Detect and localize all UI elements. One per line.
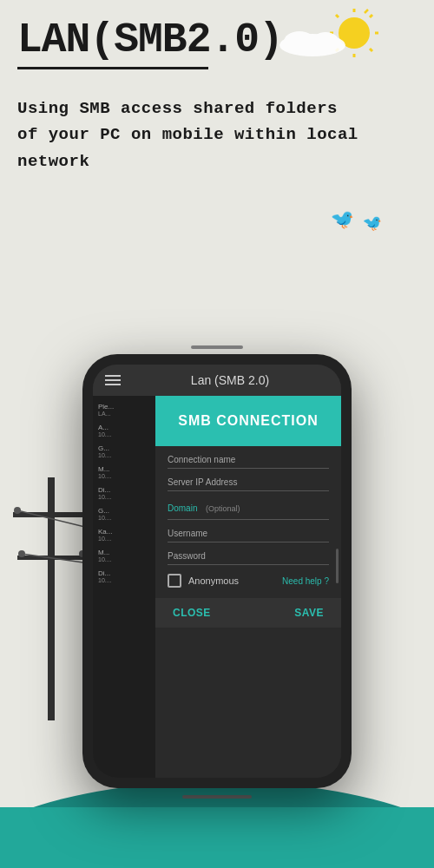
list-item[interactable]: Di... 10.... bbox=[93, 566, 155, 587]
svg-point-12 bbox=[312, 32, 339, 49]
phone-screen: Lan (SMB 2.0) Ple... LA... A... 10.... G… bbox=[93, 365, 341, 778]
dialog-actions: CLOSE SAVE bbox=[155, 598, 341, 628]
list-item[interactable]: Di... 10.... bbox=[93, 483, 155, 503]
phone-top-bar bbox=[191, 345, 243, 349]
svg-line-9 bbox=[365, 10, 368, 13]
screen-body: Ple... LA... A... 10.... G... 10.... M..… bbox=[93, 396, 341, 778]
svg-line-5 bbox=[336, 15, 339, 17]
appbar-title: Lan (SMB 2.0) bbox=[131, 373, 329, 387]
subtitle-line1: Using SMB access shared folders bbox=[17, 95, 417, 122]
list-item[interactable]: M... 10.... bbox=[93, 462, 155, 483]
app-title: LAN(SMB2.0) bbox=[17, 17, 283, 63]
phone-home-bar bbox=[182, 795, 252, 799]
list-item[interactable]: M... 10.... bbox=[93, 545, 155, 566]
list-item[interactable]: Ka... 10.... bbox=[93, 524, 155, 545]
subtitle: Using SMB access shared folders of your … bbox=[17, 95, 417, 174]
connection-name-label: Connection name bbox=[168, 455, 329, 464]
bird-left-icon: 🐦 bbox=[331, 208, 354, 233]
list-item[interactable]: Ple... LA... bbox=[93, 399, 155, 420]
list-item[interactable]: A... 10.... bbox=[93, 420, 155, 441]
hamburger-menu-button[interactable] bbox=[105, 375, 121, 385]
bird-right-icon: 🐦 bbox=[363, 214, 382, 233]
save-button[interactable]: SAVE bbox=[294, 607, 324, 619]
username-field: Username bbox=[168, 529, 329, 542]
anonymous-checkbox[interactable] bbox=[168, 574, 181, 588]
domain-optional-label: (Optional) bbox=[206, 504, 240, 513]
phone-device: Lan (SMB 2.0) Ple... LA... A... 10.... G… bbox=[82, 354, 352, 788]
domain-field: Domain (Optional) bbox=[168, 500, 329, 520]
subtitle-line3: network bbox=[17, 148, 417, 174]
smb-connection-title: SMB CONNECTION bbox=[168, 413, 329, 429]
phone-wrapper: Lan (SMB 2.0) Ple... LA... A... 10.... G… bbox=[82, 345, 352, 799]
anonymous-row: Anonymous Need help ? bbox=[168, 574, 329, 588]
domain-label: Domain bbox=[168, 503, 197, 513]
anonymous-label: Anonymous bbox=[188, 575, 239, 586]
anonymous-left: Anonymous bbox=[168, 574, 239, 588]
password-label: Password bbox=[168, 551, 329, 561]
svg-rect-18 bbox=[0, 807, 434, 868]
svg-rect-20 bbox=[13, 512, 91, 517]
app-bar: Lan (SMB 2.0) bbox=[93, 365, 341, 396]
svg-line-6 bbox=[370, 15, 372, 17]
close-button[interactable]: CLOSE bbox=[173, 607, 211, 619]
smb-connection-banner: SMB CONNECTION bbox=[155, 396, 341, 446]
list-item[interactable]: G... 10.... bbox=[93, 441, 155, 462]
form-area: Connection name Server IP Address Domain… bbox=[155, 446, 341, 598]
main-content: SMB CONNECTION Connection name Server IP… bbox=[155, 396, 341, 778]
scroll-indicator bbox=[336, 549, 339, 583]
connection-name-field: Connection name bbox=[168, 455, 329, 469]
cloud-left bbox=[278, 26, 347, 56]
username-label: Username bbox=[168, 529, 329, 538]
server-ip-field: Server IP Address bbox=[168, 477, 329, 491]
list-item[interactable]: G... 10.... bbox=[93, 503, 155, 524]
subtitle-line2: of your PC on mobile within local bbox=[17, 122, 417, 148]
title-underline bbox=[17, 67, 208, 69]
need-help-link[interactable]: Need help ? bbox=[282, 576, 329, 586]
sidebar-panel: Ple... LA... A... 10.... G... 10.... M..… bbox=[93, 396, 155, 778]
password-field: Password bbox=[168, 551, 329, 565]
title-section: LAN(SMB2.0) bbox=[17, 17, 283, 69]
svg-line-8 bbox=[370, 49, 372, 51]
birds: 🐦 🐦 bbox=[331, 208, 382, 233]
svg-point-11 bbox=[284, 31, 315, 52]
server-ip-label: Server IP Address bbox=[168, 477, 329, 487]
